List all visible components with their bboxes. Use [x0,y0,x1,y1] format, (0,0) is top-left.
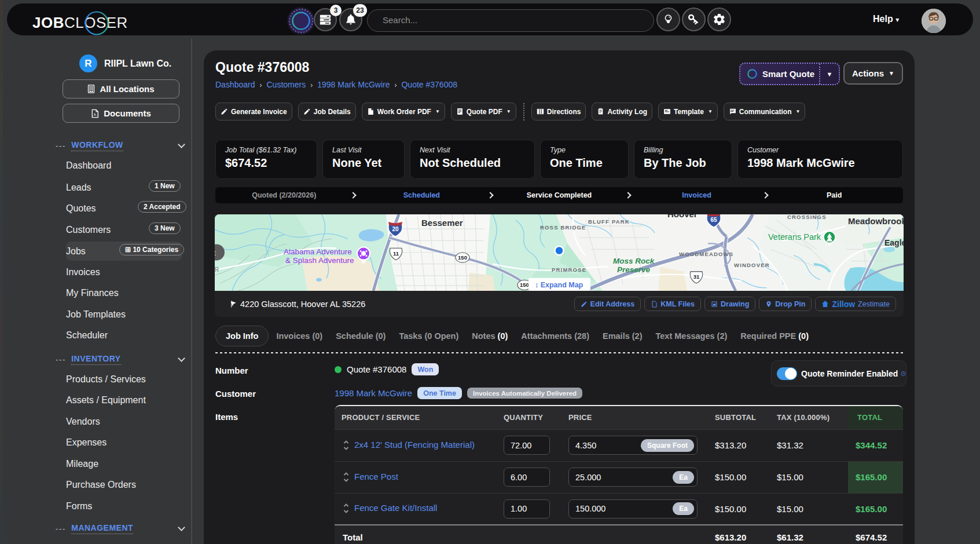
svg-text:PRIMROSE: PRIMROSE [552,266,586,273]
svg-text:Alabama Adventure: Alabama Adventure [284,247,352,255]
svg-text:Bessemer: Bessemer [421,218,463,228]
svg-text:Preserve: Preserve [617,265,650,274]
svg-text:?: ? [902,372,904,375]
svg-text:Moss Rock: Moss Rock [613,257,655,265]
svg-text:CROSSINGS: CROSSINGS [787,214,827,220]
svg-text:31: 31 [693,273,700,280]
svg-text:65: 65 [710,217,717,223]
svg-text:Eagle: Eagle [884,238,904,247]
svg-text:ROSS BRIDGE: ROSS BRIDGE [540,224,586,231]
svg-text:20: 20 [392,226,399,232]
svg-text:150: 150 [520,282,529,288]
svg-text:R: R [215,266,219,273]
svg-text:& Splash Adventure: & Splash Adventure [285,256,354,265]
svg-text:WINDOVER: WINDOVER [734,262,770,268]
svg-text:Hoover: Hoover [667,214,698,219]
svg-text:Meadowbrook: Meadowbrook [848,216,904,226]
svg-text:WOODMEADOWS: WOODMEADOWS [679,251,733,257]
svg-text:BLUFF PARK: BLUFF PARK [588,218,630,225]
svg-text:Veterans Park: Veterans Park [768,232,821,242]
svg-text:11: 11 [393,250,399,257]
svg-text:↕ Expand Map: ↕ Expand Map [535,281,583,289]
svg-text:150: 150 [458,254,467,261]
